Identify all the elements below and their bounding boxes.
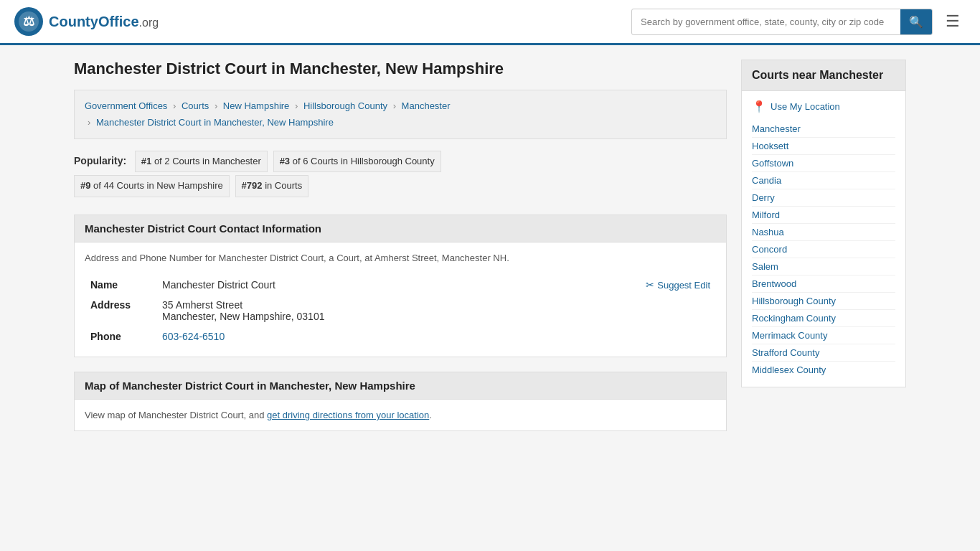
popularity-section: Popularity: #1 of 2 Courts in Manchester…	[74, 151, 727, 200]
sidebar-link-4[interactable]: Derry	[752, 189, 895, 207]
main-container: Manchester District Court in Manchester,…	[60, 45, 920, 460]
search-input[interactable]	[632, 11, 900, 33]
logo-text: CountyOffice.org	[49, 14, 159, 30]
sidebar-link-3[interactable]: Candia	[752, 172, 895, 189]
logo-icon: ⚖	[14, 7, 43, 36]
sidebar-card: Courts near Manchester 📍 Use My Location…	[741, 60, 906, 387]
phone-row: Phone 603-624-6510	[85, 326, 716, 347]
suggest-edit-link[interactable]: ✂ Suggest Edit	[646, 279, 710, 291]
breadcrumb-manchester[interactable]: Manchester	[402, 100, 451, 111]
sidebar-link-0[interactable]: Manchester	[752, 121, 895, 138]
breadcrumb-nh[interactable]: New Hampshire	[223, 100, 289, 111]
popularity-item-4: #792 in Courts	[235, 175, 309, 197]
name-value: Manchester District Court ✂ Suggest Edit	[156, 275, 716, 295]
header-right: 🔍 ☰	[631, 9, 966, 35]
sidebar-body: 📍 Use My Location ManchesterHooksettGoff…	[742, 91, 905, 387]
sidebar-link-2[interactable]: Goffstown	[752, 155, 895, 172]
logo-area: ⚖ CountyOffice.org	[14, 7, 159, 36]
popularity-item-1: #1 of 2 Courts in Manchester	[135, 151, 268, 173]
breadcrumb-gov-offices[interactable]: Government Offices	[85, 100, 167, 111]
sidebar-links-container: ManchesterHooksettGoffstownCandiaDerryMi…	[752, 121, 895, 378]
breadcrumb-current[interactable]: Manchester District Court in Manchester,…	[96, 117, 334, 128]
map-section-body: View map of Manchester District Court, a…	[74, 400, 727, 431]
location-pin-icon: 📍	[752, 100, 766, 113]
sidebar-link-9[interactable]: Brentwood	[752, 276, 895, 293]
driving-directions-link[interactable]: get driving directions from your locatio…	[267, 410, 429, 420]
sidebar: Courts near Manchester 📍 Use My Location…	[741, 60, 906, 446]
sidebar-header: Courts near Manchester	[742, 60, 905, 91]
breadcrumb-hillsborough[interactable]: Hillsborough County	[303, 100, 387, 111]
address-value: 35 Amherst Street Manchester, New Hampsh…	[156, 295, 716, 326]
breadcrumb-courts[interactable]: Courts	[182, 100, 209, 111]
map-section: Map of Manchester District Court in Manc…	[74, 372, 727, 431]
contact-section-header: Manchester District Court Contact Inform…	[74, 215, 727, 242]
search-button[interactable]: 🔍	[900, 9, 932, 34]
contact-description: Address and Phone Number for Manchester …	[85, 253, 716, 263]
map-description: View map of Manchester District Court, a…	[85, 410, 716, 420]
popularity-label: Popularity:	[74, 155, 126, 166]
content-area: Manchester District Court in Manchester,…	[74, 60, 727, 446]
sidebar-link-1[interactable]: Hooksett	[752, 138, 895, 155]
svg-text:⚖: ⚖	[23, 14, 34, 29]
sidebar-link-10[interactable]: Hillsborough County	[752, 293, 895, 310]
contact-section-body: Address and Phone Number for Manchester …	[74, 242, 727, 357]
sidebar-link-12[interactable]: Merrimack County	[752, 327, 895, 344]
name-row: Name Manchester District Court ✂ Suggest…	[85, 275, 716, 295]
contact-table: Name Manchester District Court ✂ Suggest…	[85, 275, 716, 347]
use-location-link[interactable]: 📍 Use My Location	[752, 100, 895, 113]
sidebar-link-5[interactable]: Milford	[752, 207, 895, 224]
popularity-item-2: #3 of 6 Courts in Hillsborough County	[273, 151, 441, 173]
name-label: Name	[85, 275, 156, 295]
phone-link[interactable]: 603-624-6510	[162, 331, 225, 342]
contact-section: Manchester District Court Contact Inform…	[74, 215, 727, 357]
phone-value: 603-624-6510	[156, 326, 716, 347]
menu-button[interactable]: ☰	[940, 9, 966, 34]
phone-label: Phone	[85, 326, 156, 347]
sidebar-link-7[interactable]: Concord	[752, 241, 895, 258]
site-header: ⚖ CountyOffice.org 🔍 ☰	[0, 0, 980, 45]
sidebar-link-8[interactable]: Salem	[752, 258, 895, 276]
breadcrumb: Government Offices › Courts › New Hampsh…	[74, 90, 727, 139]
sidebar-link-14[interactable]: Middlesex County	[752, 362, 895, 378]
sidebar-link-13[interactable]: Strafford County	[752, 344, 895, 362]
sidebar-link-6[interactable]: Nashua	[752, 224, 895, 241]
address-row: Address 35 Amherst Street Manchester, Ne…	[85, 295, 716, 326]
search-bar: 🔍	[631, 9, 933, 35]
address-label: Address	[85, 295, 156, 326]
sidebar-link-11[interactable]: Rockingham County	[752, 310, 895, 327]
edit-icon: ✂	[646, 279, 654, 291]
map-section-header: Map of Manchester District Court in Manc…	[74, 372, 727, 400]
page-title: Manchester District Court in Manchester,…	[74, 60, 727, 78]
popularity-item-3: #9 of 44 Courts in New Hampshire	[74, 175, 230, 197]
